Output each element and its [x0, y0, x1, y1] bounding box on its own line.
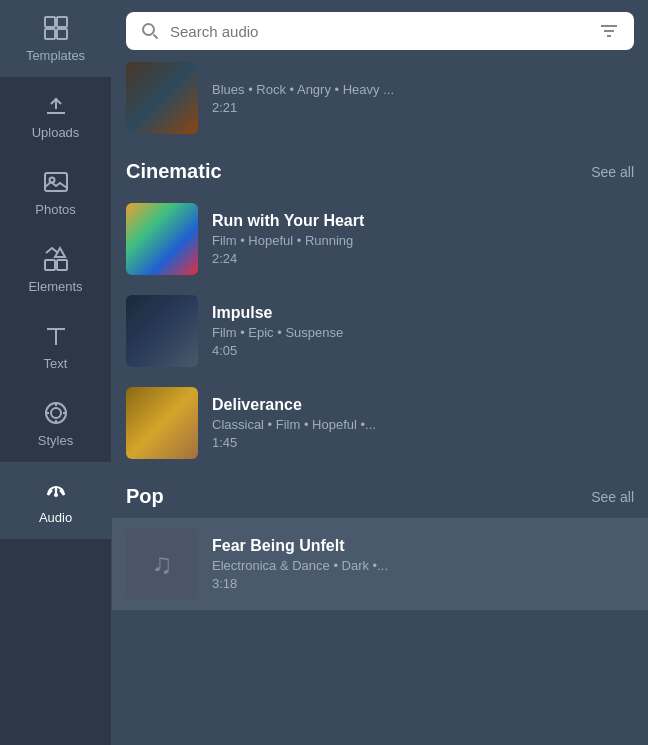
album-art-fear-being-unfelt: ♫	[126, 528, 198, 600]
search-icon	[140, 21, 160, 41]
svg-rect-0	[45, 17, 55, 27]
cinematic-title: Cinematic	[126, 160, 222, 183]
svg-point-11	[143, 24, 154, 35]
pop-section-header: Pop See all	[112, 469, 648, 518]
music-item-deliverance[interactable]: Deliverance Classical • Film • Hopeful •…	[112, 377, 648, 469]
text-icon	[42, 322, 70, 350]
svg-point-10	[54, 493, 58, 497]
music-tags-impulse: Film • Epic • Suspense	[212, 325, 343, 340]
sidebar-label-text: Text	[44, 356, 68, 371]
styles-icon	[42, 399, 70, 427]
pop-see-all[interactable]: See all	[591, 489, 634, 505]
music-title-deliverance: Deliverance	[212, 396, 376, 414]
sidebar-label-photos: Photos	[35, 202, 75, 217]
uploads-icon	[42, 91, 70, 119]
search-bar	[112, 0, 648, 62]
templates-icon	[42, 14, 70, 42]
sidebar-item-audio[interactable]: Audio	[0, 462, 111, 539]
svg-rect-3	[57, 29, 67, 39]
music-item-impulse[interactable]: Impulse Film • Epic • Suspense 4:05	[112, 285, 648, 377]
album-art-partial	[126, 62, 198, 134]
audio-icon	[42, 476, 70, 504]
album-art-impulse	[126, 295, 198, 367]
music-info-run-with-your-heart: Run with Your Heart Film • Hopeful • Run…	[212, 212, 364, 266]
album-art-deliverance	[126, 387, 198, 459]
svg-rect-1	[57, 17, 67, 27]
filter-icon	[598, 20, 620, 42]
elements-icon	[42, 245, 70, 273]
svg-rect-2	[45, 29, 55, 39]
sidebar-label-uploads: Uploads	[32, 125, 80, 140]
music-note-icon: ♫	[152, 548, 173, 580]
music-duration-impulse: 4:05	[212, 343, 343, 358]
sidebar-item-uploads[interactable]: Uploads	[0, 77, 111, 154]
search-wrapper	[126, 12, 634, 50]
search-input[interactable]	[170, 23, 588, 40]
sidebar-label-elements: Elements	[28, 279, 82, 294]
music-title-run: Run with Your Heart	[212, 212, 364, 230]
music-tags-fear: Electronica & Dance • Dark •...	[212, 558, 388, 573]
sidebar-item-photos[interactable]: Photos	[0, 154, 111, 231]
partial-duration: 2:21	[212, 100, 394, 115]
sidebar: Templates Uploads Photos Elements Text	[0, 0, 112, 745]
music-info-partial: Blues • Rock • Angry • Heavy ... 2:21	[212, 82, 394, 115]
sidebar-item-text[interactable]: Text	[0, 308, 111, 385]
filter-button[interactable]	[598, 20, 620, 42]
sidebar-label-styles: Styles	[38, 433, 73, 448]
sidebar-label-audio: Audio	[39, 510, 72, 525]
music-info-deliverance: Deliverance Classical • Film • Hopeful •…	[212, 396, 376, 450]
partial-tags: Blues • Rock • Angry • Heavy ...	[212, 82, 394, 97]
music-tags-run: Film • Hopeful • Running	[212, 233, 364, 248]
pop-title: Pop	[126, 485, 164, 508]
cinematic-section-header: Cinematic See all	[112, 144, 648, 193]
music-title-impulse: Impulse	[212, 304, 343, 322]
partial-top-item[interactable]: Blues • Rock • Angry • Heavy ... 2:21	[112, 62, 648, 144]
sidebar-item-elements[interactable]: Elements	[0, 231, 111, 308]
music-info-impulse: Impulse Film • Epic • Suspense 4:05	[212, 304, 343, 358]
sidebar-item-templates[interactable]: Templates	[0, 0, 111, 77]
svg-rect-6	[45, 260, 55, 270]
music-duration-fear: 3:18	[212, 576, 388, 591]
music-title-fear: Fear Being Unfelt	[212, 537, 388, 555]
audio-panel: Blues • Rock • Angry • Heavy ... 2:21 Ci…	[112, 0, 648, 745]
svg-rect-7	[57, 260, 67, 270]
music-duration-run: 2:24	[212, 251, 364, 266]
photos-icon	[42, 168, 70, 196]
svg-point-9	[51, 408, 61, 418]
music-item-fear-being-unfelt[interactable]: ♫ Fear Being Unfelt Electronica & Dance …	[112, 518, 648, 610]
sidebar-item-styles[interactable]: Styles	[0, 385, 111, 462]
music-tags-deliverance: Classical • Film • Hopeful •...	[212, 417, 376, 432]
music-duration-deliverance: 1:45	[212, 435, 376, 450]
album-art-run-with-your-heart	[126, 203, 198, 275]
svg-rect-4	[45, 173, 67, 191]
sidebar-label-templates: Templates	[26, 48, 85, 63]
music-info-fear: Fear Being Unfelt Electronica & Dance • …	[212, 537, 388, 591]
cinematic-see-all[interactable]: See all	[591, 164, 634, 180]
music-item-run-with-your-heart[interactable]: Run with Your Heart Film • Hopeful • Run…	[112, 193, 648, 285]
